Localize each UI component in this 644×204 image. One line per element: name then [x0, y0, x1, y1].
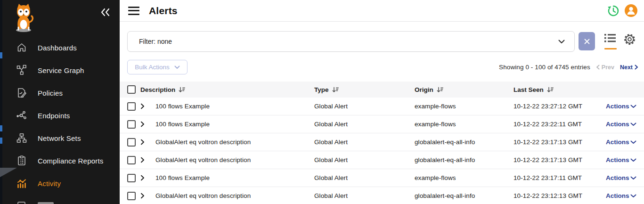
origin-cell: example-flows — [415, 103, 514, 110]
sidebar-item-policies[interactable]: Policies — [0, 82, 120, 104]
row-expand-chevron[interactable] — [140, 191, 153, 201]
sidebar-item-label: Compliance Reports — [38, 157, 104, 165]
settings-button[interactable] — [623, 33, 636, 46]
sidebar-nav: Dashboards Service Graph Policies Endpoi… — [0, 36, 120, 195]
chevron-down-icon — [630, 194, 636, 198]
last-seen-cell: 10-12-22 23:22:11 GMT — [514, 121, 606, 128]
last-seen-cell: 10-12-22 23:17:13 GMT — [514, 156, 606, 163]
chevron-down-icon — [630, 140, 636, 144]
chevron-down-icon — [174, 65, 180, 69]
sidebar-collapse-button[interactable] — [99, 6, 111, 18]
gear-icon — [623, 33, 636, 46]
column-header-type[interactable]: Type — [314, 86, 415, 93]
sort-icon — [547, 87, 554, 93]
row-expand-chevron[interactable] — [140, 120, 153, 129]
sidebar-item-dashboards[interactable]: Dashboards — [0, 36, 120, 59]
description-cell: 100 flows Example — [153, 103, 314, 110]
compliance-reports-icon — [16, 155, 27, 166]
top-header-bar: Alerts — [120, 0, 644, 22]
chevron-down-icon — [630, 122, 636, 126]
sidebar-item-label: Endpoints — [38, 112, 70, 120]
bulk-actions-label: Bulk Actions — [135, 64, 170, 71]
row-expand-chevron[interactable] — [140, 155, 153, 165]
actions-menu-button[interactable]: Actions — [606, 121, 644, 128]
sidebar-item-service-graph[interactable]: Service Graph — [0, 59, 120, 82]
sort-icon — [179, 87, 185, 93]
sidebar-item-compliance-reports[interactable]: Compliance Reports — [0, 149, 120, 172]
description-cell: GlobalAlert eq voltron description — [153, 192, 314, 199]
user-avatar[interactable] — [625, 4, 637, 17]
origin-cell: example-flows — [415, 121, 514, 128]
select-all-checkbox[interactable] — [127, 85, 136, 94]
origin-cell: globalalert-eq-all-info — [415, 192, 514, 199]
actions-menu-button[interactable]: Actions — [606, 139, 644, 146]
edge-marker — [0, 138, 2, 144]
row-checkbox[interactable] — [127, 174, 136, 182]
partial-label — [38, 202, 54, 204]
last-seen-cell: 10-12-22 23:12:13 GMT — [514, 192, 606, 199]
endpoints-icon — [16, 110, 27, 121]
hamburger-menu-icon[interactable] — [128, 7, 139, 15]
description-cell: 100 flows Example — [153, 174, 314, 181]
sidebar-item-label: Network Sets — [38, 134, 81, 142]
row-checkbox[interactable] — [127, 192, 136, 200]
row-expand-chevron[interactable] — [140, 173, 153, 183]
prev-page-button[interactable]: Prev — [596, 64, 614, 71]
sidebar-item-partial[interactable] — [0, 200, 120, 204]
next-page-button[interactable]: Next — [620, 64, 638, 71]
last-seen-cell: 10-12-22 23:17:11 GMT — [514, 174, 606, 181]
actions-menu-button[interactable]: Actions — [606, 192, 644, 199]
table-row: 100 flows Example Global Alert example-f… — [120, 115, 644, 133]
table-row: GlobalAlert eq voltron description Globa… — [120, 151, 644, 169]
column-header-origin[interactable]: Origin — [415, 86, 514, 93]
list-view-tab[interactable] — [604, 33, 618, 49]
table-header-row: Description Type Origin Last Seen — [120, 82, 644, 98]
row-checkbox[interactable] — [127, 120, 136, 129]
row-checkbox[interactable] — [127, 156, 136, 164]
chevron-right-icon — [140, 193, 145, 199]
chevron-down-icon — [558, 37, 565, 46]
network-sets-icon — [16, 132, 27, 144]
activity-icon — [16, 178, 27, 189]
chevron-right-icon — [140, 121, 145, 127]
next-label: Next — [620, 64, 633, 71]
last-seen-cell: 10-12-22 23:27:12 GMT — [514, 103, 606, 110]
table-body: 100 flows Example Global Alert example-f… — [120, 98, 644, 204]
table-row: GlobalAlert eq voltron description Globa… — [120, 133, 644, 151]
actions-menu-button[interactable]: Actions — [606, 103, 644, 110]
sidebar-item-network-sets[interactable]: Network Sets — [0, 127, 120, 149]
chevron-left-icon — [596, 65, 600, 70]
clear-filter-button[interactable] — [579, 32, 595, 50]
bulk-actions-button[interactable]: Bulk Actions — [127, 60, 187, 74]
column-header-description[interactable]: Description — [140, 86, 314, 93]
row-expand-chevron[interactable] — [140, 138, 153, 147]
row-expand-chevron[interactable] — [140, 102, 153, 111]
sidebar-item-endpoints[interactable]: Endpoints — [0, 104, 120, 127]
sidebar-item-label: Service Graph — [38, 66, 84, 74]
type-cell: Global Alert — [314, 156, 415, 163]
type-cell: Global Alert — [314, 192, 415, 199]
sidebar-item-activity[interactable]: Activity — [0, 172, 120, 195]
chevron-right-icon — [140, 103, 145, 109]
actions-menu-button[interactable]: Actions — [606, 156, 644, 163]
user-icon — [625, 4, 637, 17]
chevron-right-icon — [635, 65, 638, 70]
main-content: Alerts Filter: none — [120, 0, 644, 204]
filter-dropdown[interactable]: Filter: none — [127, 31, 575, 52]
row-checkbox[interactable] — [127, 102, 136, 111]
table-row: 100 flows Example Global Alert example-f… — [120, 98, 644, 115]
chevron-right-icon — [140, 157, 145, 163]
description-cell: GlobalAlert eq voltron description — [153, 139, 314, 146]
calico-cat-logo — [11, 3, 36, 33]
history-clock-icon — [607, 4, 620, 17]
actions-menu-button[interactable]: Actions — [606, 174, 644, 181]
type-cell: Global Alert — [314, 174, 415, 181]
column-header-last-seen[interactable]: Last Seen — [514, 86, 606, 93]
chevron-right-icon — [140, 175, 145, 181]
close-icon — [584, 39, 590, 44]
sidebar-item-label: Dashboards — [38, 44, 77, 52]
history-button[interactable] — [607, 4, 620, 17]
row-checkbox[interactable] — [127, 138, 136, 147]
fold-corner-decoration — [0, 168, 17, 177]
description-cell: 100 flows Example — [153, 121, 314, 128]
